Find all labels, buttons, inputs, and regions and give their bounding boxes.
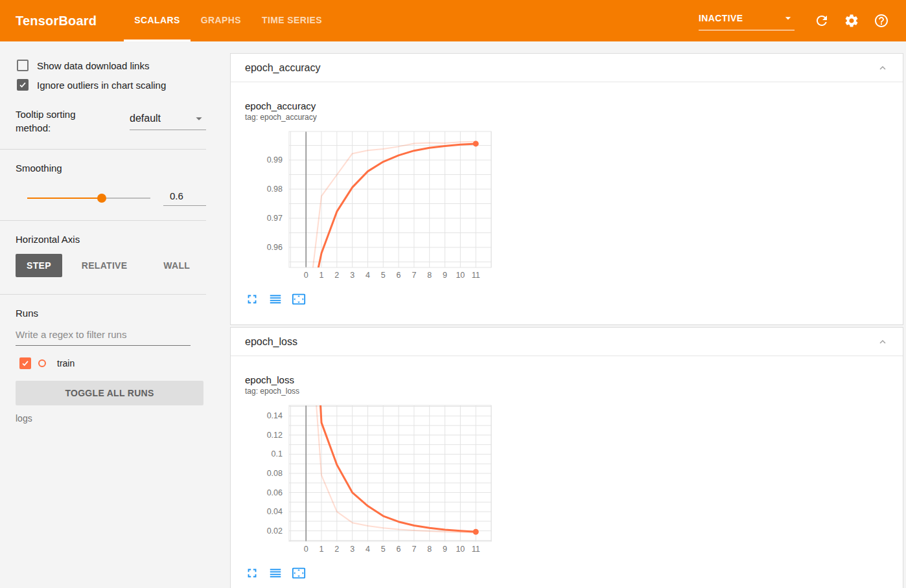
run-train-label: train — [57, 358, 75, 368]
run-item-train: train — [0, 357, 206, 369]
svg-text:7: 7 — [412, 271, 416, 280]
svg-text:1: 1 — [319, 271, 324, 280]
svg-text:6: 6 — [397, 545, 401, 554]
data-table-icon[interactable] — [268, 566, 283, 580]
app-header: TensorBoard SCALARS GRAPHS TIME SERIES I… — [0, 0, 906, 41]
data-table-icon[interactable] — [268, 292, 283, 306]
svg-text:0.08: 0.08 — [267, 469, 283, 478]
settings-button[interactable] — [844, 13, 859, 28]
svg-text:8: 8 — [427, 545, 432, 554]
svg-text:0.1: 0.1 — [272, 449, 283, 458]
svg-text:1: 1 — [319, 545, 324, 554]
fit-domain-icon[interactable] — [292, 292, 306, 306]
chart-title: epoch_loss — [245, 374, 889, 386]
svg-text:8: 8 — [427, 271, 432, 280]
chart-tag: tag: epoch_loss — [245, 386, 889, 396]
card-epoch-accuracy-header[interactable]: epoch_accuracy — [231, 54, 903, 82]
svg-text:11: 11 — [472, 271, 480, 280]
svg-text:5: 5 — [381, 545, 386, 554]
check-icon — [21, 359, 30, 368]
runs-label: Runs — [0, 295, 206, 319]
dropdown-underline — [130, 130, 206, 130]
loss-line-chart[interactable]: 0.020.040.060.080.10.120.140123456789101… — [245, 403, 494, 558]
svg-text:3: 3 — [350, 271, 354, 280]
axis-step-button[interactable]: STEP — [16, 254, 62, 277]
svg-text:0.99: 0.99 — [267, 155, 283, 164]
svg-text:6: 6 — [397, 271, 401, 280]
smoothing-label: Smoothing — [0, 150, 206, 174]
show-download-links-row: Show data download links — [0, 60, 206, 71]
accuracy-line-chart[interactable]: 0.960.970.980.9901234567891011 — [245, 129, 494, 284]
run-filter-input[interactable] — [16, 329, 191, 345]
toggle-all-runs-button[interactable]: TOGGLE ALL RUNS — [16, 381, 203, 405]
svg-text:7: 7 — [412, 545, 416, 554]
run-color-swatch — [38, 359, 46, 367]
tab-time-series[interactable]: TIME SERIES — [251, 0, 332, 41]
card-epoch-accuracy: epoch_accuracy epoch_accuracy tag: epoch… — [230, 53, 903, 325]
refresh-button[interactable] — [814, 13, 830, 28]
svg-text:3: 3 — [350, 545, 354, 554]
svg-text:5: 5 — [381, 271, 386, 280]
chart-title: epoch_accuracy — [245, 100, 889, 112]
app-title: TensorBoard — [0, 0, 112, 41]
tooltip-sorting-dropdown[interactable]: default — [130, 111, 206, 135]
gear-icon — [844, 13, 859, 28]
fullscreen-icon[interactable] — [245, 566, 259, 580]
help-button[interactable] — [874, 13, 889, 28]
svg-text:10: 10 — [456, 545, 465, 554]
fit-domain-icon[interactable] — [292, 566, 306, 580]
tab-scalars[interactable]: SCALARS — [124, 0, 190, 41]
svg-text:0.97: 0.97 — [267, 214, 283, 223]
svg-text:0.96: 0.96 — [267, 243, 283, 252]
smoothing-value-input[interactable]: 0.6 — [163, 190, 206, 206]
axis-relative-button[interactable]: RELATIVE — [71, 254, 139, 277]
svg-text:0.12: 0.12 — [267, 431, 283, 440]
scalars-dashboard: epoch_accuracy epoch_accuracy tag: epoch… — [206, 41, 906, 588]
card-title: epoch_accuracy — [245, 62, 321, 74]
reload-status-value: INACTIVE — [699, 13, 743, 23]
run-train-checkbox[interactable] — [19, 357, 31, 369]
card-title: epoch_loss — [245, 336, 297, 348]
svg-text:4: 4 — [366, 271, 370, 280]
help-icon — [874, 13, 889, 28]
tooltip-sorting-value: default — [130, 113, 161, 124]
ignore-outliers-row: Ignore outliers in chart scaling — [0, 79, 206, 91]
tooltip-sorting-label: Tooltip sorting method: — [16, 107, 113, 135]
svg-text:0.06: 0.06 — [267, 488, 283, 497]
slider-fill — [27, 198, 102, 199]
card-epoch-loss: epoch_loss epoch_loss tag: epoch_loss 0.… — [230, 327, 903, 588]
horizontal-axis-options: STEP RELATIVE WALL — [16, 254, 206, 277]
ignore-outliers-checkbox[interactable] — [17, 79, 29, 91]
slider-knob[interactable] — [97, 194, 106, 203]
input-underline — [16, 345, 191, 346]
collapse-chevron-icon[interactable] — [877, 62, 889, 74]
fullscreen-icon[interactable] — [245, 292, 259, 306]
axis-wall-button[interactable]: WALL — [152, 254, 201, 277]
card-epoch-loss-header[interactable]: epoch_loss — [231, 328, 903, 356]
svg-text:9: 9 — [443, 545, 447, 554]
svg-text:0: 0 — [304, 271, 308, 280]
smoothing-slider[interactable] — [27, 194, 150, 203]
caret-down-icon — [192, 111, 206, 126]
svg-text:4: 4 — [366, 545, 370, 554]
collapse-chevron-icon[interactable] — [877, 336, 889, 348]
svg-text:0.14: 0.14 — [267, 411, 283, 420]
input-underline — [163, 205, 206, 206]
show-download-links-label: Show data download links — [37, 60, 149, 71]
svg-text:9: 9 — [443, 271, 447, 280]
show-download-links-checkbox[interactable] — [17, 60, 29, 71]
tab-graphs[interactable]: GRAPHS — [191, 0, 251, 41]
header-actions: INACTIVE — [699, 0, 906, 41]
reload-status-dropdown[interactable]: INACTIVE — [699, 12, 795, 30]
svg-text:2: 2 — [334, 271, 339, 280]
svg-text:0.98: 0.98 — [267, 185, 283, 194]
chart-tag: tag: epoch_accuracy — [245, 112, 889, 122]
nav-tabs: SCALARS GRAPHS TIME SERIES — [124, 0, 332, 41]
svg-text:10: 10 — [456, 271, 465, 280]
svg-text:11: 11 — [472, 545, 480, 554]
check-icon — [18, 80, 27, 89]
svg-text:2: 2 — [334, 545, 339, 554]
dropdown-underline — [699, 30, 795, 30]
svg-text:0.04: 0.04 — [267, 507, 283, 516]
svg-text:0.02: 0.02 — [267, 526, 283, 536]
